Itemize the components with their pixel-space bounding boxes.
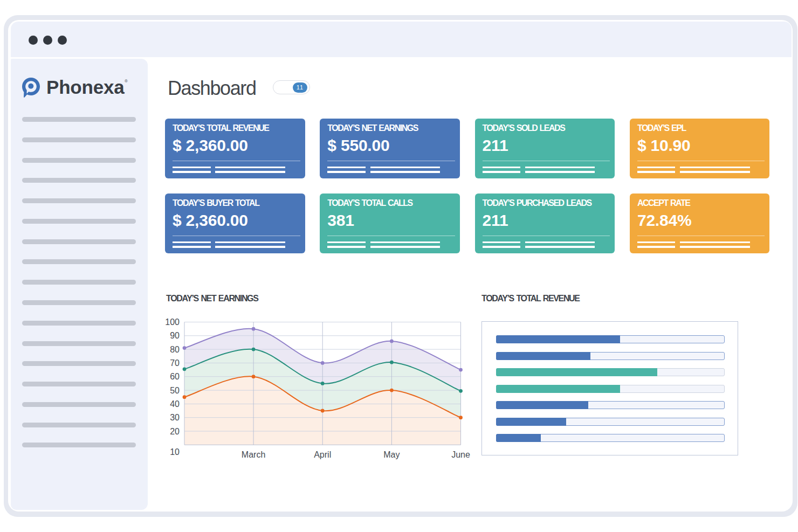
svg-text:10: 10	[170, 447, 180, 457]
svg-text:April: April	[314, 450, 331, 459]
svg-text:80: 80	[170, 345, 180, 354]
svg-text:20: 20	[170, 427, 180, 436]
svg-text:90: 90	[170, 331, 180, 340]
svg-text:60: 60	[170, 372, 180, 381]
svg-text:June: June	[451, 450, 470, 459]
svg-text:70: 70	[170, 358, 180, 368]
svg-text:50: 50	[170, 386, 180, 395]
svg-text:100: 100	[165, 317, 180, 327]
svg-text:30: 30	[170, 413, 180, 422]
svg-text:May: May	[383, 450, 400, 459]
svg-text:March: March	[242, 450, 265, 459]
svg-text:40: 40	[170, 399, 180, 409]
